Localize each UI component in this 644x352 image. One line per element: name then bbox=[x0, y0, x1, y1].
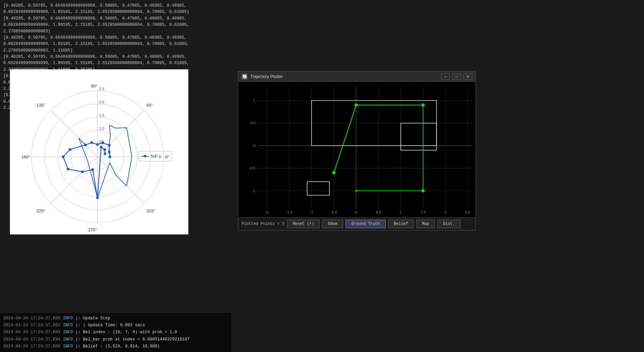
log-line-2: 2024-04-24 17:24:37,891 INFO |: | Update… bbox=[3, 322, 228, 329]
svg-text:0.5: 0.5 bbox=[376, 210, 381, 214]
svg-text:1: 1 bbox=[253, 98, 255, 102]
maximize-button[interactable]: □ bbox=[452, 73, 461, 80]
log-message: |: Belief : (1.524, 0.914, 10.000) bbox=[76, 343, 160, 350]
svg-text:0°: 0° bbox=[165, 155, 169, 159]
top-text-line: [0.48285, 0.50785, 0.6648499999999999, 0… bbox=[3, 3, 221, 16]
log-level: INFO bbox=[63, 343, 73, 350]
log-time: 2024-04-24 17:24:37,891 bbox=[3, 322, 60, 329]
dist-button[interactable]: Dist. bbox=[437, 220, 461, 228]
ground-truth-button[interactable]: Ground Truth bbox=[346, 220, 385, 228]
svg-point-29 bbox=[108, 144, 110, 147]
svg-text:180°: 180° bbox=[21, 155, 30, 159]
svg-text:0.5: 0.5 bbox=[250, 121, 255, 125]
trajectory-titlebar: 📈 Trajectory Plotter ─ □ ✕ bbox=[238, 71, 475, 82]
svg-point-42 bbox=[104, 153, 106, 155]
log-message: |: Bel_bar prob at index = 0.00051440329… bbox=[76, 336, 190, 343]
svg-text:-0.5: -0.5 bbox=[331, 210, 337, 214]
svg-text:2: 2 bbox=[444, 210, 446, 214]
top-text-line: [0.48285, 0.50785, 0.6648499999999999, 0… bbox=[3, 16, 221, 35]
log-line-5: 2024-04-24 17:24:37,896 INFO |: Belief :… bbox=[3, 343, 228, 350]
svg-point-34 bbox=[69, 148, 71, 151]
trajectory-plot-area: -2 -1.5 -1 -0.5 0 0.5 1 1.5 2 2.5 1 0.5 … bbox=[238, 82, 475, 217]
close-button[interactable]: ✕ bbox=[464, 73, 472, 80]
trajectory-title: Trajectory Plotter bbox=[250, 74, 438, 79]
svg-text:0: 0 bbox=[355, 210, 357, 214]
minimize-button[interactable]: ─ bbox=[441, 73, 450, 80]
log-level: INFO bbox=[63, 322, 73, 329]
svg-text:-0.5: -0.5 bbox=[249, 166, 255, 170]
svg-text:1.5: 1.5 bbox=[421, 210, 426, 214]
svg-text:1.5: 1.5 bbox=[99, 113, 104, 117]
log-line-3: 2024-04-24 17:24:37,893 INFO |: Bel inde… bbox=[3, 329, 228, 336]
svg-text:-1.5: -1.5 bbox=[286, 210, 292, 214]
map-button[interactable]: Map bbox=[416, 220, 435, 228]
log-level: INFO bbox=[63, 336, 73, 343]
log-time: 2024-04-24 17:24:37,893 bbox=[3, 329, 60, 336]
log-time: 2024-04-24 17:24:37,885 bbox=[3, 315, 60, 322]
reset-button[interactable]: Reset (r) bbox=[287, 220, 320, 228]
svg-text:2.0: 2.0 bbox=[99, 100, 104, 104]
svg-text:2.5: 2.5 bbox=[99, 87, 104, 91]
svg-point-31 bbox=[96, 143, 99, 146]
plotted-points-label: Plotted Points = 5 bbox=[242, 222, 284, 226]
trajectory-bottom-bar: Plotted Points = 5 Reset (r) Odom Ground… bbox=[238, 217, 475, 230]
svg-point-77 bbox=[332, 171, 335, 174]
svg-point-81 bbox=[421, 189, 425, 193]
svg-point-33 bbox=[84, 144, 87, 146]
log-time: 2024-04-24 17:24:37,894 bbox=[3, 336, 60, 343]
svg-text:-1: -1 bbox=[252, 189, 255, 193]
polar-chart-container: ToF 1 0.5 1.0 1.5 2.0 2.5 bbox=[10, 69, 188, 234]
belief-button[interactable]: Belief bbox=[388, 220, 414, 228]
trajectory-svg: -2 -1.5 -1 -0.5 0 0.5 1 1.5 2 2.5 1 0.5 … bbox=[238, 82, 475, 217]
svg-point-79 bbox=[421, 103, 425, 107]
svg-text:1.0: 1.0 bbox=[99, 126, 104, 130]
svg-text:ToF 1: ToF 1 bbox=[150, 154, 161, 159]
svg-point-41 bbox=[103, 148, 106, 151]
log-time: 2024-04-24 17:24:37,896 bbox=[3, 343, 60, 350]
svg-point-36 bbox=[67, 168, 69, 170]
svg-point-78 bbox=[355, 103, 358, 107]
log-message: |: | Update Time: 0.003 secs bbox=[76, 322, 145, 329]
trajectory-icon: 📈 bbox=[242, 74, 247, 80]
svg-point-28 bbox=[108, 151, 111, 153]
polar-chart-svg: ToF 1 0.5 1.0 1.5 2.0 2.5 bbox=[10, 69, 188, 234]
svg-text:-2: -2 bbox=[265, 210, 269, 214]
svg-point-30 bbox=[101, 142, 104, 144]
odom-button[interactable]: Odom bbox=[322, 220, 343, 228]
svg-text:0: 0 bbox=[253, 144, 255, 148]
log-level: INFO bbox=[63, 315, 73, 322]
svg-point-40 bbox=[100, 146, 102, 148]
log-level: INFO bbox=[63, 329, 73, 336]
log-message: |: Update Step bbox=[76, 315, 110, 322]
svg-rect-43 bbox=[238, 82, 475, 217]
svg-point-38 bbox=[92, 168, 94, 171]
svg-point-32 bbox=[90, 141, 93, 144]
svg-text:315°: 315° bbox=[146, 208, 155, 213]
svg-point-80 bbox=[355, 190, 357, 192]
svg-text:45°: 45° bbox=[146, 103, 153, 108]
svg-text:270°: 270° bbox=[88, 227, 97, 232]
top-text-line: [0.48285, 0.50785, 0.6648499999999999, 0… bbox=[3, 35, 221, 54]
svg-text:2.5: 2.5 bbox=[465, 210, 470, 214]
svg-point-37 bbox=[81, 170, 84, 173]
svg-point-39 bbox=[96, 196, 99, 199]
svg-text:1: 1 bbox=[400, 210, 402, 214]
log-line-4: 2024-04-24 17:24:37,894 INFO |: Bel_bar … bbox=[3, 336, 228, 343]
svg-point-27 bbox=[109, 156, 111, 158]
svg-text:90°: 90° bbox=[91, 84, 97, 88]
svg-point-35 bbox=[62, 156, 64, 158]
svg-point-3 bbox=[144, 155, 146, 158]
log-area: 2024-04-24 17:24:37,885 INFO |: Update S… bbox=[0, 313, 231, 352]
log-line-1: 2024-04-24 17:24:37,885 INFO |: Update S… bbox=[3, 315, 228, 322]
svg-text:-1: -1 bbox=[310, 210, 313, 214]
log-message: |: Bel index : (10, 7, 9) with prob = 1.… bbox=[76, 329, 177, 336]
trajectory-window: 📈 Trajectory Plotter ─ □ ✕ bbox=[238, 71, 476, 230]
svg-text:135°: 135° bbox=[36, 103, 45, 108]
svg-text:225°: 225° bbox=[36, 208, 45, 213]
